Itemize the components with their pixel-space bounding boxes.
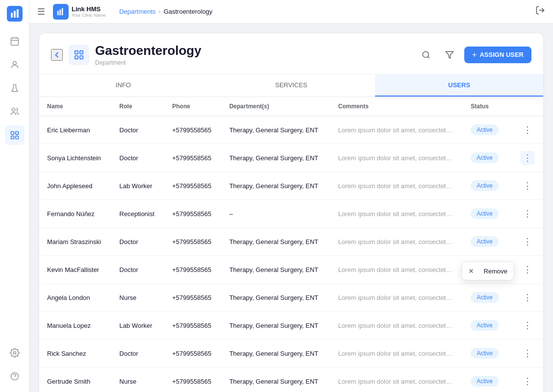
cell-comments: Lorem ipsum dolor sit amet, consectetur …: [330, 368, 463, 392]
cell-role: Doctor: [112, 340, 165, 368]
cell-role: Doctor: [112, 116, 165, 144]
svg-rect-12: [15, 136, 18, 139]
svg-rect-2: [17, 9, 19, 18]
cell-departments: Therapy, General Surgery, ENT: [222, 172, 330, 200]
row-more-button[interactable]: ⋮: [521, 151, 534, 165]
cell-comments: Lorem ipsum dolor sit amet, consectetur …: [330, 116, 463, 144]
cell-name: Gertrude Smith: [39, 368, 112, 392]
main-content: ☰ Link HMS Your Clinic Name Departments …: [29, 0, 553, 392]
cell-name: Sonya Lichtenstein: [39, 144, 112, 172]
sidebar-item-help[interactable]: [5, 367, 25, 386]
status-badge: Active: [471, 348, 499, 359]
col-status: Status: [463, 97, 512, 116]
filter-button[interactable]: [441, 46, 458, 64]
department-icon: [69, 45, 89, 65]
svg-rect-18: [62, 8, 63, 15]
cell-departments: –: [222, 200, 330, 228]
cell-role: Doctor: [112, 228, 165, 256]
row-more-button[interactable]: ⋮: [521, 318, 534, 332]
col-departments: Department(s): [222, 97, 330, 116]
sidebar-item-flask[interactable]: [5, 78, 25, 98]
table-row: Eric Lieberman Doctor +5799558565 Therap…: [39, 116, 543, 144]
logo-icon: [7, 6, 23, 22]
topnav: ☰ Link HMS Your Clinic Name Departments …: [29, 0, 553, 24]
cell-status: Active: [463, 228, 512, 256]
logo-box: [53, 4, 69, 20]
department-title: Gastroenterology: [95, 43, 411, 58]
svg-point-13: [13, 352, 16, 354]
row-more-button[interactable]: ⋮: [521, 374, 534, 388]
cell-role: Lab Worker: [112, 312, 165, 340]
cell-name: Fernando Núñez: [39, 200, 112, 228]
table-body: Eric Lieberman Doctor +5799558565 Therap…: [39, 116, 543, 392]
cell-name: Eric Lieberman: [39, 116, 112, 144]
sidebar-item-calendar[interactable]: [5, 31, 25, 51]
assign-user-button[interactable]: + ASSIGN USER: [464, 47, 531, 63]
cell-status: Active: [463, 340, 512, 368]
svg-point-8: [12, 108, 15, 112]
context-remove-button[interactable]: Remove: [480, 266, 511, 277]
svg-line-25: [428, 56, 429, 58]
tab-info[interactable]: INFO: [39, 74, 207, 97]
col-comments: Comments: [330, 97, 463, 116]
topnav-right: [535, 5, 545, 18]
row-more-button[interactable]: ⋮: [521, 291, 534, 304]
sidebar-item-person[interactable]: [5, 55, 25, 74]
cell-comments: Lorem ipsum dolor sit amet, consectetur …: [330, 144, 463, 172]
table-row: Mariam Straszinski Doctor +5799558565 Th…: [39, 228, 543, 256]
sidebar-item-settings[interactable]: [5, 343, 25, 363]
col-role: Role: [112, 97, 165, 116]
svg-point-24: [423, 51, 428, 57]
app-name: Link HMS: [72, 5, 105, 13]
sidebar: [0, 0, 29, 392]
cell-actions: ⋮: [513, 368, 543, 392]
col-actions: [513, 97, 543, 116]
cell-status: Active: [463, 116, 512, 144]
col-phone: Phone: [164, 97, 221, 116]
row-more-button[interactable]: ⋮: [521, 346, 534, 360]
breadcrumb-parent[interactable]: Departments: [119, 8, 155, 15]
svg-marker-26: [446, 51, 453, 58]
row-more-button[interactable]: ⋮: [521, 263, 534, 276]
row-more-button[interactable]: ⋮: [521, 235, 534, 248]
content-area: Gastroenterology Department: [29, 24, 553, 392]
cell-role: Lab Worker: [112, 172, 165, 200]
cell-actions: ⋮: [513, 312, 543, 340]
cell-departments: Therapy, General Surgery, ENT: [222, 228, 330, 256]
table-row: Fernando Núñez Receptionist +5799558565 …: [39, 200, 543, 228]
cell-actions: ⋮: [513, 228, 543, 256]
tab-services[interactable]: SERVICES: [207, 74, 376, 97]
cell-comments: Lorem ipsum dolor sit amet, consectetur …: [330, 256, 463, 284]
cell-name: Rick Sanchez: [39, 340, 112, 368]
cell-phone: +5799558565: [164, 312, 221, 340]
search-button[interactable]: [417, 46, 435, 64]
cell-phone: +5799558565: [164, 340, 221, 368]
col-name: Name: [39, 97, 112, 116]
cell-phone: +5799558565: [164, 256, 221, 284]
app-subtitle: Your Clinic Name: [72, 13, 105, 18]
row-more-button[interactable]: ⋮: [521, 123, 534, 137]
table-row: Gertrude Smith Nurse +5799558565 Therapy…: [39, 368, 543, 392]
svg-rect-9: [11, 132, 14, 135]
cell-phone: +5799558565: [164, 368, 221, 392]
status-badge: Active: [471, 152, 499, 163]
sidebar-item-users[interactable]: [5, 102, 25, 122]
cell-name: Angela London: [39, 284, 112, 312]
department-info: Gastroenterology Department: [95, 43, 411, 66]
cell-name: Manuela Lopez: [39, 312, 112, 340]
svg-rect-22: [75, 55, 78, 58]
row-more-button[interactable]: ⋮: [521, 179, 534, 193]
back-button[interactable]: [51, 49, 63, 61]
status-badge: Active: [471, 376, 499, 387]
status-badge: Active: [471, 180, 499, 191]
logout-icon[interactable]: [535, 7, 545, 17]
cell-comments: Lorem ipsum dolor sit amet, consectetur …: [330, 284, 463, 312]
table-row: John Appleseed Lab Worker +5799558565 Th…: [39, 172, 543, 200]
sidebar-item-grid[interactable]: [5, 125, 25, 145]
row-more-button[interactable]: ⋮: [521, 207, 534, 220]
users-table: Name Role Phone Department(s) Comments S…: [39, 97, 543, 392]
context-close-button[interactable]: [464, 264, 478, 278]
cell-status: Active: [463, 144, 512, 172]
hamburger-menu[interactable]: ☰: [37, 6, 45, 17]
tab-users[interactable]: USERS: [375, 74, 543, 97]
